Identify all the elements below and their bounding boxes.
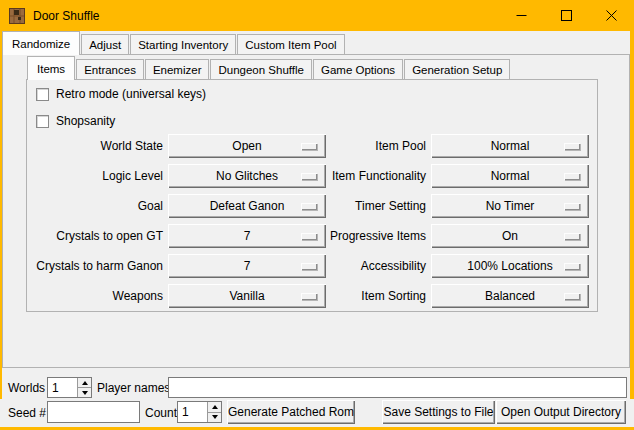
shopsanity-label: Shopsanity	[56, 114, 115, 128]
goal-label: Goal	[28, 199, 163, 213]
stepper-arrows	[77, 378, 91, 397]
weapons-label: Weapons	[28, 289, 163, 303]
title-bar[interactable]: Door Shuffle	[0, 0, 634, 31]
tab-items[interactable]: Items	[27, 56, 75, 80]
dropdown-indicator-icon	[564, 233, 580, 240]
window-border	[0, 0, 2, 399]
stepper-arrows	[207, 402, 221, 422]
minimize-button[interactable]	[499, 0, 544, 31]
crystals-gt-dropdown[interactable]: 7	[168, 224, 326, 248]
close-icon	[606, 10, 617, 21]
item-pool-dropdown[interactable]: Normal	[431, 134, 589, 158]
seed-label: Seed #	[8, 406, 46, 420]
window-border	[630, 0, 634, 399]
count-stepper[interactable]: 1	[177, 401, 222, 423]
up-arrow-icon	[212, 405, 218, 409]
count-value: 1	[178, 402, 207, 422]
down-arrow-icon	[82, 391, 88, 395]
tab-label: Randomize	[12, 38, 70, 50]
tab-generation-setup[interactable]: Generation Setup	[404, 59, 510, 79]
goal-dropdown[interactable]: Defeat Ganon	[168, 194, 326, 218]
save-settings-button[interactable]: Save Settings to File	[382, 400, 495, 424]
item-sorting-value: Balanced	[485, 289, 535, 303]
accessibility-dropdown[interactable]: 100% Locations	[431, 254, 589, 278]
crystals-ganon-label: Crystals to harm Ganon	[28, 259, 163, 273]
tab-label: Game Options	[321, 64, 395, 76]
count-label: Count	[145, 406, 177, 420]
tab-entrances[interactable]: Entrances	[76, 59, 144, 79]
open-output-directory-button[interactable]: Open Output Directory	[496, 400, 626, 424]
world-state-value: Open	[232, 139, 261, 153]
worlds-stepper[interactable]: 1	[47, 377, 92, 398]
window-title: Door Shuffle	[33, 9, 100, 23]
logic-level-label: Logic Level	[28, 169, 163, 183]
stepper-up-button[interactable]	[78, 378, 91, 387]
dropdown-indicator-icon	[301, 263, 317, 270]
tab-adjust[interactable]: Adjust	[81, 34, 129, 54]
crystals-gt-label: Crystals to open GT	[28, 229, 163, 243]
option-row: Goal Defeat Ganon Timer Setting No Timer	[28, 191, 589, 221]
retro-mode-option: Retro mode (universal keys)	[36, 87, 206, 101]
tab-custom-item-pool[interactable]: Custom Item Pool	[237, 34, 344, 54]
main-tab-bar: Randomize Adjust Starting Inventory Cust…	[2, 31, 346, 54]
dropdown-indicator-icon	[564, 143, 580, 150]
tab-label: Adjust	[89, 39, 121, 51]
item-functionality-value: Normal	[491, 169, 530, 183]
retro-mode-checkbox[interactable]	[36, 88, 49, 101]
option-row: World State Open Item Pool Normal	[28, 131, 589, 161]
stepper-up-button[interactable]	[208, 402, 221, 412]
item-sorting-label: Item Sorting	[326, 289, 426, 303]
item-pool-value: Normal	[491, 139, 530, 153]
dropdown-indicator-icon	[301, 143, 317, 150]
world-state-label: World State	[28, 139, 163, 153]
stepper-down-button[interactable]	[78, 387, 91, 397]
minimize-icon	[516, 10, 527, 21]
shopsanity-option: Shopsanity	[36, 114, 115, 128]
player-names-label: Player names	[97, 381, 170, 395]
tab-dungeon-shuffle[interactable]: Dungeon Shuffle	[210, 59, 311, 79]
door-icon	[9, 8, 25, 24]
tab-enemizer[interactable]: Enemizer	[145, 59, 210, 79]
stepper-down-button[interactable]	[208, 412, 221, 423]
item-sorting-dropdown[interactable]: Balanced	[431, 284, 589, 308]
player-names-input[interactable]	[168, 377, 627, 398]
dropdown-indicator-icon	[564, 203, 580, 210]
accessibility-label: Accessibility	[326, 259, 426, 273]
accessibility-value: 100% Locations	[467, 259, 552, 273]
world-state-dropdown[interactable]: Open	[168, 134, 326, 158]
maximize-button[interactable]	[544, 0, 589, 31]
button-label: Save Settings to File	[383, 405, 493, 419]
generate-patched-rom-button[interactable]: Generate Patched Rom	[227, 400, 355, 424]
seed-input[interactable]	[47, 401, 140, 423]
tab-randomize[interactable]: Randomize	[2, 31, 80, 55]
shopsanity-checkbox[interactable]	[36, 115, 49, 128]
logic-level-value: No Glitches	[216, 169, 278, 183]
progressive-items-dropdown[interactable]: On	[431, 224, 589, 248]
progressive-items-value: On	[502, 229, 518, 243]
timer-setting-value: No Timer	[486, 199, 535, 213]
tab-game-options[interactable]: Game Options	[313, 59, 403, 79]
logic-level-dropdown[interactable]: No Glitches	[168, 164, 326, 188]
item-functionality-label: Item Functionality	[326, 169, 426, 183]
dropdown-indicator-icon	[564, 293, 580, 300]
tab-label: Dungeon Shuffle	[218, 64, 303, 76]
timer-setting-label: Timer Setting	[326, 199, 426, 213]
maximize-icon	[561, 10, 572, 21]
tab-label: Enemizer	[153, 64, 202, 76]
weapons-value: Vanilla	[229, 289, 264, 303]
item-functionality-dropdown[interactable]: Normal	[431, 164, 589, 188]
progressive-items-label: Progressive Items	[326, 229, 426, 243]
tab-starting-inventory[interactable]: Starting Inventory	[130, 34, 236, 54]
crystals-ganon-dropdown[interactable]: 7	[168, 254, 326, 278]
weapons-dropdown[interactable]: Vanilla	[168, 284, 326, 308]
tab-label: Generation Setup	[412, 64, 502, 76]
crystals-ganon-value: 7	[244, 259, 251, 273]
down-arrow-icon	[212, 415, 218, 419]
worlds-value: 1	[48, 378, 77, 397]
timer-setting-dropdown[interactable]: No Timer	[431, 194, 589, 218]
option-row: Crystals to harm Ganon 7 Accessibility 1…	[28, 251, 589, 281]
close-button[interactable]	[589, 0, 634, 31]
sub-tab-bar: Items Entrances Enemizer Dungeon Shuffle…	[27, 56, 511, 79]
dropdown-indicator-icon	[301, 203, 317, 210]
goal-value: Defeat Ganon	[210, 199, 285, 213]
